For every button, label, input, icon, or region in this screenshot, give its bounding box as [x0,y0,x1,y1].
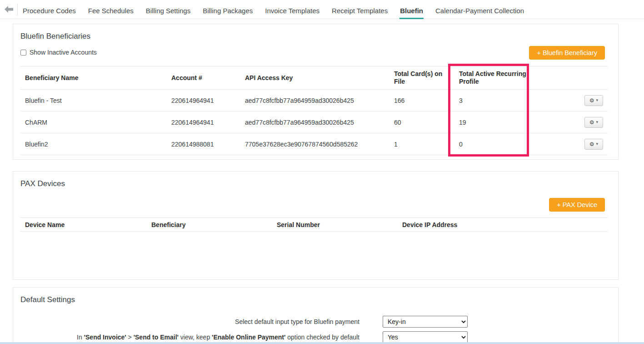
show-inactive-accounts-label: Show Inactive Accounts [30,49,97,56]
pax-controls-row: + PAX Device [20,198,605,212]
column-header-actions [536,74,608,81]
tab-procedure-codes[interactable]: Procedure Codes [22,1,76,19]
setting-row-1: Select default input type for Bluefin pa… [13,316,618,328]
column-header-beneficiary-name: Beneficiary Name [20,71,167,86]
account-number-cell: 220614988081 [167,141,240,148]
show-inactive-accounts-group: Show Inactive Accounts [20,46,97,56]
setting-label-2: In 'Send Invoice' > 'Send to Email' view… [77,334,359,341]
caret-down-icon: ▾ [596,142,599,146]
column-header-total-active-recurring-profile: Total Active Recurring Profile [454,66,536,89]
gear-icon: ⚙ [589,98,594,103]
setting-label-1: Select default input type for Bluefin pa… [235,318,359,325]
table-row-charm: ChARM220614964941aed77c8fcfbb77a964959ad… [20,111,608,133]
column-header-device-ip-address: Device IP Address [398,221,608,228]
tab-bar: Procedure CodesFee SchedulesBilling Sett… [0,0,644,19]
tab-billing-packages[interactable]: Billing Packages [202,1,253,19]
beneficiary-name-cell: Bluefin2 [20,141,167,148]
tab-bar-tabs: Procedure CodesFee SchedulesBilling Sett… [22,0,524,19]
tab-bluefin[interactable]: Bluefin [399,1,424,19]
bluefin-beneficiaries-panel: Bluefin Beneficiaries Show Inactive Acco… [13,24,619,160]
setting-label-segment: Select default input type for Bluefin pa… [235,318,359,325]
setting-label-segment: 'Enable Online Payment' [212,334,285,341]
column-header-account: Account # [167,71,240,86]
setting-label-segment: option checked by default [285,334,359,341]
row-actions-cell: ⚙▾ [536,95,608,106]
viewport-bottom-edge [0,342,644,344]
setting-label-segment: 'Send Invoice' [84,334,126,341]
setting-label-segment: In [77,334,84,341]
gear-icon: ⚙ [589,142,594,147]
beneficiaries-table-body: Bluefin - Test220614964941aed77c8fcfbb77… [20,90,608,155]
api-access-key-cell: 7705e37628ec3e90767874560d585262 [240,141,389,148]
api-access-key-cell: aed77c8fcfbb77a964959ad30026b425 [240,97,389,104]
tab-invoice-templates[interactable]: Invoice Templates [265,1,320,19]
gear-icon: ⚙ [589,120,594,125]
total-active-recurring-profile-cell: 0 [454,141,536,148]
row-actions-dropdown-button[interactable]: ⚙▾ [584,95,603,106]
beneficiary-name-cell: Bluefin - Test [20,97,167,104]
column-header-total-card-s-on-file: Total Card(s) on File [389,66,454,89]
column-header-beneficiary: Beneficiary [147,221,272,228]
total-cards-on-file-cell: 166 [389,97,454,104]
tab-billing-settings[interactable]: Billing Settings [145,1,191,19]
account-number-cell: 220614964941 [167,119,240,126]
column-header-serial-number: Serial Number [272,221,398,228]
default-settings-rows: Select default input type for Bluefin pa… [13,316,618,343]
beneficiaries-table: Beneficiary NameAccount #API Access KeyT… [20,66,608,155]
caret-down-icon: ▾ [596,120,599,124]
caret-down-icon: ▾ [596,98,599,102]
tab-calendar-payment-collection[interactable]: Calendar-Payment Collection [435,1,524,19]
total-active-recurring-profile-cell: 19 [454,119,536,126]
table-row-bluefin-test: Bluefin - Test220614964941aed77c8fcfbb77… [20,90,608,111]
default-settings-panel: Default Settings Select default input ty… [13,287,619,344]
bluefin-beneficiaries-title: Bluefin Beneficiaries [13,24,618,41]
setting-label-segment: 'Send to Email' [134,334,179,341]
setting-row-2: In 'Send Invoice' > 'Send to Email' view… [13,331,618,343]
row-actions-cell: ⚙▾ [536,139,608,150]
total-active-recurring-profile-cell: 3 [454,97,536,104]
setting-select-2[interactable]: Yes [383,331,468,343]
column-header-device-name: Device Name [20,221,147,228]
beneficiaries-table-header: Beneficiary NameAccount #API Access KeyT… [20,66,608,90]
tab-receipt-templates[interactable]: Receipt Templates [331,1,388,19]
pax-table: Device NameBeneficiarySerial NumberDevic… [20,218,608,232]
pax-devices-title: PAX Devices [13,172,618,189]
add-bluefin-beneficiary-button[interactable]: + Bluefin Beneficiary [529,46,605,60]
setting-select-1[interactable]: Key-in [383,316,468,328]
beneficiaries-controls-row: Show Inactive Accounts + Bluefin Benefic… [20,46,605,61]
tab-fee-schedules[interactable]: Fee Schedules [88,1,134,19]
total-cards-on-file-cell: 1 [389,141,454,148]
row-actions-dropdown-button[interactable]: ⚙▾ [584,117,603,128]
api-access-key-cell: aed77c8fcfbb77a964959ad30026b425 [240,119,389,126]
beneficiary-name-cell: ChARM [20,119,167,126]
back-button[interactable] [0,0,17,19]
column-header-api-access-key: API Access Key [240,71,389,86]
tab-bar-divider [17,4,18,15]
show-inactive-accounts-checkbox[interactable] [20,50,26,56]
default-settings-title: Default Settings [13,288,618,305]
setting-label-segment: > [126,334,134,341]
setting-label-segment: view, keep [179,334,212,341]
table-row-bluefin2: Bluefin22206149880817705e37628ec3e907678… [20,133,608,155]
pax-devices-panel: PAX Devices + PAX Device Device NameBene… [13,171,619,280]
settings-page: Procedure CodesFee SchedulesBilling Sett… [0,0,644,344]
account-number-cell: 220614964941 [167,97,240,104]
pax-table-header: Device NameBeneficiarySerial NumberDevic… [20,218,608,232]
row-actions-dropdown-button[interactable]: ⚙▾ [584,139,603,150]
total-cards-on-file-cell: 60 [389,119,454,126]
add-pax-device-button[interactable]: + PAX Device [549,198,605,212]
row-actions-cell: ⚙▾ [536,117,608,128]
arrow-left-icon [5,6,13,13]
